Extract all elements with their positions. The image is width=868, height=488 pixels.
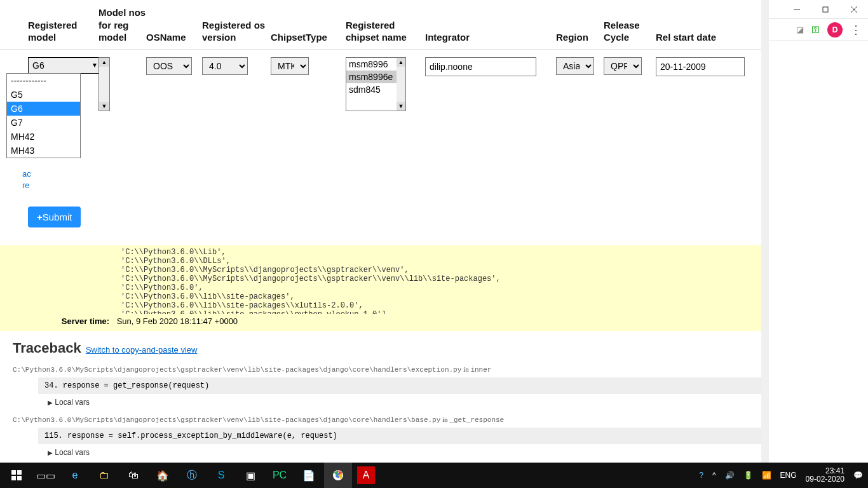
rel-start-date-input[interactable] [656, 57, 745, 76]
window-titlebar [769, 0, 868, 19]
regmodel-option[interactable]: G7 [7, 116, 80, 130]
chipset-name-listbox[interactable]: msm8996 msm8996e sdm845 ▲ ▼ [346, 57, 406, 111]
home-icon[interactable]: 🏠 [149, 463, 177, 488]
left-truncated-labels: ac re [22, 168, 31, 191]
file-explorer-icon[interactable]: 🗀 [90, 463, 118, 488]
syspath-line: 'C:\\Python3.6.0\\lib\\site-packages', [121, 292, 843, 301]
taskbar-clock[interactable]: 23:41 09-02-2020 [806, 467, 844, 484]
release-cycle-select[interactable]: QPF [604, 57, 642, 75]
battery-icon[interactable]: 🔋 [743, 471, 753, 480]
form-headers-row: Registered model Model nos for reg model… [0, 6, 769, 50]
header-integrator: Integrator [425, 31, 556, 44]
svg-rect-6 [11, 476, 16, 480]
traceback-code: response = self.process_exception_by_mid… [67, 431, 337, 440]
regmodel-option[interactable]: ------------ [7, 74, 80, 88]
scroll-down-icon[interactable]: ▼ [397, 102, 405, 111]
traceback-heading: Traceback [13, 340, 81, 356]
acrobat-icon[interactable]: A [357, 466, 375, 484]
browser-menu-icon[interactable]: ⋮ [850, 23, 862, 37]
header-region: Region [556, 31, 604, 44]
traceback-frame-path: C:\Python3.6.0\MyScripts\djangoprojects\… [13, 365, 855, 374]
regmodel-option[interactable]: MH43 [7, 144, 80, 158]
listbox-scrollbar[interactable]: ▲ ▼ [397, 58, 405, 111]
os-version-select[interactable]: 4.0 [202, 57, 248, 75]
browser-toolbar-right: ◪ ⚿ D ⋮ [769, 19, 868, 41]
partial-label-ac: ac [22, 168, 31, 180]
page-scrollbar[interactable] [761, 0, 769, 463]
scroll-down-icon[interactable]: ▼ [99, 102, 109, 111]
traceback-section: Traceback Switch to copy-and-paste view … [0, 334, 868, 463]
traceback-local-vars-toggle[interactable]: ▶ Local vars [48, 448, 855, 457]
pycharm-icon[interactable]: PC [266, 463, 294, 488]
registered-model-select[interactable]: G6 ▼ [28, 57, 102, 74]
traceback-local-vars-toggle[interactable]: ▶ Local vars [48, 398, 855, 407]
submit-button[interactable]: +Submit [28, 207, 81, 227]
window-close-button[interactable] [839, 0, 868, 19]
server-time-value: Sun, 9 Feb 2020 18:11:47 +0000 [117, 316, 238, 326]
window-minimize-button[interactable] [782, 0, 811, 19]
region-select[interactable]: Asia [556, 57, 594, 75]
osname-select[interactable]: OOS [146, 57, 192, 75]
regmodel-option[interactable]: MH42 [7, 130, 80, 144]
syspath-line: 'C:\\Python3.6.0\\DLLs', [121, 257, 843, 266]
traceback-lineno: 115. [44, 431, 63, 440]
header-chipset-name: Registered chipset name [346, 19, 425, 44]
chevron-down-icon: ▼ [92, 62, 98, 69]
chrome-icon[interactable] [324, 463, 352, 488]
syspath-line: 'C:\\Python3.6.0\\MyScripts\\djangoproje… [121, 266, 843, 274]
edge-icon[interactable]: e [61, 463, 89, 488]
regmodel-option[interactable]: G6 [7, 102, 80, 116]
wifi-icon[interactable]: 📶 [762, 471, 771, 480]
password-key-icon[interactable]: ⚿ [811, 25, 820, 34]
syspath-line: 'C:\\Python3.6.0\\MyScripts\\djangoproje… [121, 274, 843, 283]
start-button[interactable] [3, 463, 31, 488]
model-nos-listbox[interactable]: ▲ ▼ [98, 57, 110, 111]
windows-taskbar: ▭▭ e 🗀 🛍 🏠 ⓗ S ▣ PC 📄 A ? ^ 🔊 🔋 📶 ENG 23… [0, 463, 868, 488]
language-indicator[interactable]: ENG [780, 471, 797, 480]
traceback-code-line: 34. response = get_response(request) … [38, 377, 830, 394]
svg-rect-4 [11, 470, 16, 475]
browser-rightpane [769, 41, 868, 463]
help-icon[interactable]: ? [699, 471, 703, 480]
server-time-label: Server time: [0, 316, 114, 326]
scroll-up-icon[interactable]: ▲ [397, 58, 405, 67]
tray-chevron-up-icon[interactable]: ^ [712, 471, 716, 480]
header-release-cycle: Release Cycle [604, 19, 656, 44]
traceback-frame-path: C:\Python3.6.0\MyScripts\djangoprojects\… [13, 416, 855, 424]
syspath-line: 'C:\\Python3.6.0\\lib\\site-packages\\xl… [121, 301, 843, 310]
traceback-code: response = get_response(request) [63, 381, 209, 390]
partial-label-re: re [22, 180, 31, 191]
profile-avatar[interactable]: D [827, 22, 843, 37]
header-chipset-type: ChipsetType [271, 31, 346, 44]
form-inputs-row: G6 ▼ ------------ G5 G6 G7 MH42 MH43 ▲ ▼… [0, 50, 769, 111]
hp-icon[interactable]: ⓗ [178, 463, 206, 488]
regmodel-option[interactable]: G5 [7, 88, 80, 102]
triangle-right-icon: ▶ [48, 449, 53, 456]
integrator-input[interactable] [425, 57, 536, 76]
submit-button-label: Submit [43, 212, 72, 222]
traceback-lineno: 34. [44, 381, 58, 390]
header-osname: OSName [146, 31, 202, 44]
syspath-line: 'C:\\Python3.6.0', [121, 283, 843, 292]
skype-icon[interactable]: S [207, 463, 235, 488]
terminal-icon[interactable]: ▣ [236, 463, 264, 488]
store-icon[interactable]: 🛍 [119, 463, 147, 488]
svg-rect-7 [17, 476, 22, 480]
window-maximize-button[interactable] [811, 0, 839, 19]
header-registered-model: Registered model [6, 19, 98, 44]
traceback-code-line: 115. response = self.process_exception_b… [38, 428, 830, 444]
svg-rect-1 [823, 7, 828, 12]
action-center-icon[interactable]: 💬 [853, 471, 863, 480]
chipset-type-select[interactable]: MTK [271, 57, 309, 75]
scroll-up-icon[interactable]: ▲ [99, 58, 109, 67]
task-view-icon[interactable]: ▭▭ [32, 463, 60, 488]
notepad-icon[interactable]: 📄 [295, 463, 323, 488]
registered-model-dropdown-list[interactable]: ------------ G5 G6 G7 MH42 MH43 [6, 73, 81, 158]
syspath-line: 'C:\\Python3.6.0\\Lib', [121, 248, 843, 257]
extensions-icon[interactable]: ◪ [796, 25, 804, 34]
volume-icon[interactable]: 🔊 [725, 471, 735, 480]
plus-icon: + [37, 212, 43, 222]
svg-rect-5 [17, 470, 22, 475]
traceback-switch-link[interactable]: Switch to copy-and-paste view [86, 345, 198, 355]
registered-model-value: G6 [32, 60, 44, 71]
